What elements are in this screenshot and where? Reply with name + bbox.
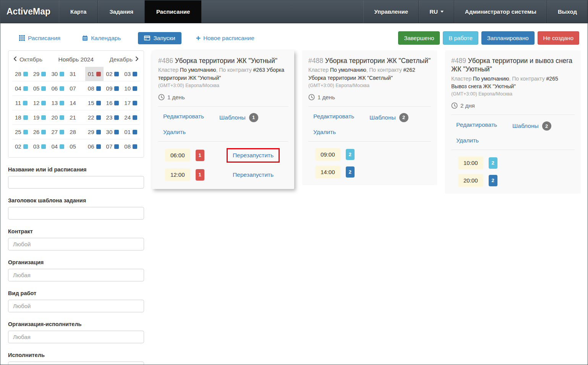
- edit-link[interactable]: Редактировать: [456, 121, 497, 131]
- calendar-day[interactable]: 04: [12, 81, 31, 95]
- calendar-day[interactable]: 01: [121, 124, 140, 139]
- restart-link[interactable]: Перезапустить: [233, 171, 274, 178]
- day-status-square: [23, 144, 28, 149]
- calendar-day[interactable]: 06: [85, 139, 104, 153]
- duration-text: 1 день: [317, 94, 335, 100]
- calendar-day[interactable]: 24: [121, 110, 140, 124]
- day-status-square: [133, 130, 137, 134]
- clock-icon: [158, 94, 165, 100]
- calendar-day[interactable]: 05: [31, 81, 49, 95]
- edit-link[interactable]: Редактировать: [163, 113, 204, 122]
- view-button-Расписания[interactable]: Расписания: [15, 32, 65, 44]
- grid-icon: [19, 35, 25, 41]
- calendar-day[interactable]: 26: [31, 124, 49, 139]
- top-navbar: ActiveMap КартаЗаданияРасписание Управле…: [0, 0, 588, 23]
- day-status-square: [96, 86, 101, 91]
- calendar-day[interactable]: 09: [104, 81, 122, 95]
- calendar-day[interactable]: 19: [31, 110, 49, 124]
- calendar-day[interactable]: 16: [104, 95, 122, 110]
- calendar-day[interactable]: 30: [49, 67, 67, 81]
- calendar-day[interactable]: 30: [104, 124, 122, 139]
- calendar-day[interactable]: 11: [12, 95, 31, 110]
- delete-link[interactable]: Удалить: [456, 137, 479, 144]
- run-count-badge[interactable]: 2: [346, 149, 355, 160]
- filter-label: Вид работ: [8, 290, 144, 296]
- calendar-day[interactable]: 18: [12, 110, 31, 124]
- run-count-badge[interactable]: 2: [489, 175, 497, 186]
- calendar-day[interactable]: 14: [67, 95, 85, 110]
- work-type-input[interactable]: [8, 300, 144, 312]
- app-logo[interactable]: ActiveMap: [0, 0, 59, 23]
- run-time-chip: 09:00: [315, 148, 340, 161]
- filter-label: Название или id расписания: [8, 166, 144, 173]
- nav-tab-Расписание[interactable]: Расписание: [145, 0, 201, 23]
- run-count-badge[interactable]: 2: [489, 157, 497, 169]
- card-timezone: (GMT+3:00) Европа/Москва: [451, 91, 575, 97]
- nav-item-Администратор системы[interactable]: Администратор системы: [454, 0, 547, 23]
- calendar-day[interactable]: 29: [31, 67, 49, 81]
- nav-item-Выход[interactable]: Выход: [547, 0, 588, 23]
- restart-link[interactable]: Перезапустить: [233, 152, 274, 158]
- run-count-badge[interactable]: 1: [196, 169, 204, 181]
- task-template-title-input[interactable]: [8, 207, 144, 220]
- organization-input[interactable]: [8, 269, 144, 281]
- templates-link[interactable]: Шаблоны: [512, 123, 539, 129]
- chevron-left-icon: [13, 56, 17, 63]
- calendar-day[interactable]: 08: [85, 81, 104, 95]
- calendar-day[interactable]: 10: [121, 81, 140, 95]
- calendar-prev-month[interactable]: Октябрь: [13, 56, 42, 63]
- calendar-day[interactable]: 20: [49, 110, 67, 124]
- status-button-Не создано[interactable]: Не создано: [538, 31, 579, 45]
- new-schedule-link[interactable]: + Новое расписание: [196, 35, 254, 42]
- calendar-day[interactable]: 06: [49, 81, 67, 95]
- day-number: 15: [88, 100, 94, 106]
- delete-link[interactable]: Удалить: [163, 129, 186, 136]
- templates-link[interactable]: Шаблоны: [369, 114, 396, 121]
- status-button-Завершено[interactable]: Завершено: [398, 31, 440, 45]
- status-button-Запланировано[interactable]: Запланировано: [481, 31, 535, 45]
- calendar-day[interactable]: 07: [67, 81, 85, 95]
- calendar-day[interactable]: 05: [67, 139, 85, 153]
- schedule-name-or-id-input[interactable]: [8, 176, 144, 189]
- calendar-day[interactable]: 08: [121, 139, 140, 153]
- calendar-next-month[interactable]: Декабрь: [110, 56, 139, 63]
- executor-input[interactable]: [8, 362, 144, 365]
- calendar-day[interactable]: 03: [121, 67, 140, 81]
- delete-link[interactable]: Удалить: [313, 129, 336, 136]
- run-count-badge[interactable]: 1: [196, 150, 204, 161]
- calendar-day[interactable]: 02: [12, 139, 31, 153]
- calendar-day[interactable]: 25: [12, 124, 31, 139]
- view-button-Запуски[interactable]: Запуски: [138, 32, 181, 44]
- templates-link[interactable]: Шаблоны: [219, 114, 246, 121]
- run-count-badge[interactable]: 2: [346, 166, 355, 178]
- calendar-day[interactable]: 15: [85, 95, 104, 110]
- contract-input[interactable]: [8, 238, 144, 250]
- contractor-organization-input[interactable]: [8, 331, 144, 343]
- day-status-square: [96, 144, 101, 149]
- calendar-day[interactable]: 12: [31, 95, 49, 110]
- view-button-label: Календарь: [91, 35, 121, 42]
- edit-link[interactable]: Редактировать: [313, 113, 354, 122]
- calendar-day[interactable]: 27: [49, 124, 67, 139]
- nav-tab-Задания[interactable]: Задания: [98, 0, 145, 23]
- nav-tab-Карта[interactable]: Карта: [59, 0, 98, 23]
- calendar-day[interactable]: 28: [12, 67, 31, 81]
- calendar-day[interactable]: 13: [49, 95, 67, 110]
- status-button-В работе[interactable]: В работе: [443, 31, 478, 45]
- calendar-day[interactable]: 17: [121, 95, 140, 110]
- calendar-day-selected[interactable]: 01: [85, 67, 104, 81]
- nav-item-Управление[interactable]: Управление: [363, 0, 419, 23]
- calendar-day[interactable]: 04: [49, 139, 67, 153]
- calendar-day[interactable]: 21: [67, 110, 85, 124]
- calendar-day[interactable]: 07: [104, 139, 122, 153]
- calendar-day[interactable]: 23: [104, 110, 122, 124]
- view-button-Календарь[interactable]: Календарь: [78, 32, 125, 44]
- calendar-day[interactable]: 29: [85, 124, 104, 139]
- nav-item-RU[interactable]: RU: [419, 0, 454, 23]
- calendar-day[interactable]: 31: [67, 67, 85, 81]
- calendar-day[interactable]: 03: [31, 139, 49, 153]
- calendar-day[interactable]: 02: [104, 67, 122, 81]
- calendar-day[interactable]: 28: [67, 124, 85, 139]
- calendar-day[interactable]: 22: [85, 110, 104, 124]
- filter-label: Контракт: [8, 228, 144, 234]
